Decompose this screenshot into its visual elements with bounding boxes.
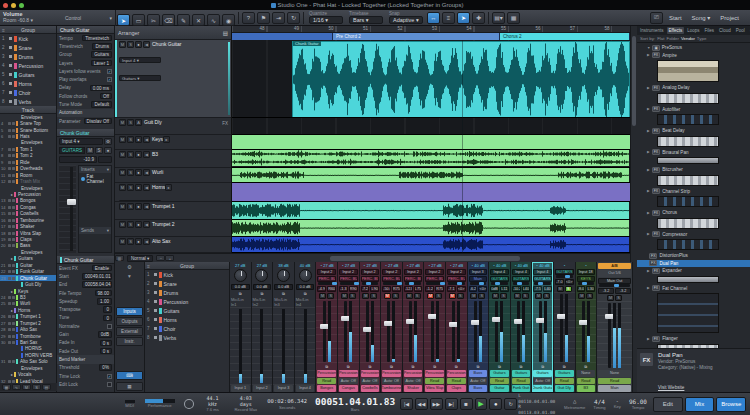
group-row[interactable]: 7Choir: [0, 88, 56, 97]
timeline-ruler[interactable]: 484950515253545556575859: [232, 26, 630, 33]
group-row[interactable]: 2Snare: [145, 279, 229, 288]
timesig-display[interactable]: 4/4Timing: [593, 398, 605, 410]
solo-button[interactable]: S: [414, 293, 421, 299]
event-value[interactable]: 0%: [99, 364, 112, 371]
split-tool-icon[interactable]: ✂: [147, 14, 160, 26]
group-active-icon[interactable]: [154, 282, 157, 285]
fader-zone[interactable]: [489, 299, 510, 364]
arrange-lane[interactable]: [232, 202, 630, 220]
arrange-track-header[interactable]: MS●◀Keys▸None ▾: [115, 135, 231, 150]
fader-track[interactable]: [344, 301, 347, 362]
group-row[interactable]: 8Verbs: [145, 333, 229, 342]
mute-button[interactable]: M: [362, 293, 369, 299]
marker-flag-icon[interactable]: ⚑: [257, 12, 270, 24]
strip-output-bus[interactable]: Main: [469, 276, 488, 282]
tab-effects[interactable]: Effects: [667, 27, 685, 34]
pan-control[interactable]: [405, 282, 422, 285]
automation-tag[interactable]: Auto: Off: [533, 378, 552, 385]
arrow-tool-icon[interactable]: ➤: [117, 14, 130, 26]
arrange-lane[interactable]: [232, 150, 630, 168]
loop-follow-icon[interactable]: ↻: [287, 12, 300, 24]
add-track-button[interactable]: ✚: [472, 12, 485, 24]
filter-audio-icon[interactable]: ∿: [12, 384, 21, 390]
link-icon[interactable]: ⧉: [489, 364, 510, 370]
plugin-row[interactable]: ▶FXAutofilter: [637, 106, 750, 114]
inspector-value[interactable]: Layer 1: [91, 60, 112, 67]
snap-dropdown[interactable]: SnapAdaptive ▾: [389, 11, 423, 24]
speaker-icon[interactable]: [8, 322, 11, 325]
console-nav-instr[interactable]: Instr.: [116, 337, 143, 346]
group-row[interactable]: 1Kick: [0, 34, 56, 43]
group-row[interactable]: 6Horns: [0, 79, 56, 88]
mute-button[interactable]: M: [341, 293, 348, 299]
speaker-icon[interactable]: [8, 129, 11, 132]
fader-zone[interactable]: [597, 301, 632, 370]
arrange-lane[interactable]: [232, 118, 630, 135]
pan-control[interactable]: [362, 282, 379, 285]
plugin-row[interactable]: ▶FXExpander: [637, 267, 750, 275]
minimize-window-icon[interactable]: [11, 3, 16, 8]
key-display[interactable]: -Key: [614, 398, 621, 409]
speaker-icon[interactable]: [8, 315, 11, 318]
event-checkbox[interactable]: ✓: [107, 374, 112, 379]
sort-option-vendor[interactable]: Vendor: [681, 36, 695, 41]
group-tag[interactable]: Percussion: [317, 370, 336, 377]
speaker-icon[interactable]: [8, 335, 11, 338]
record-arm-button[interactable]: ●: [135, 136, 142, 143]
speaker-icon[interactable]: [8, 244, 11, 247]
zoom-in-icon[interactable]: +: [165, 255, 174, 261]
solo-button[interactable]: S: [370, 293, 377, 299]
speaker-icon[interactable]: [8, 154, 11, 157]
input-gain-value[interactable]: 27 dB: [230, 262, 251, 268]
solo-button[interactable]: S: [500, 293, 507, 299]
strip-output-bus[interactable]: PERC. BUS: [447, 276, 466, 282]
event-checkbox[interactable]: [107, 324, 112, 329]
event-value[interactable]: 0 s: [100, 348, 112, 355]
mute-button[interactable]: M: [449, 293, 456, 299]
solo-button[interactable]: S: [127, 169, 134, 176]
pan-readout[interactable]: L40: [543, 286, 552, 292]
automation-tag[interactable]: Read: [317, 378, 336, 385]
next-bar-button[interactable]: ▶|: [445, 398, 458, 410]
project-page-button[interactable]: Project: [720, 15, 739, 21]
timebase-dropdown[interactable]: TimebaseBars ▾: [349, 11, 383, 24]
group-active-icon[interactable]: [154, 309, 157, 312]
group-tag[interactable]: Guitars: [555, 370, 574, 377]
mute-button[interactable]: M: [86, 147, 94, 154]
forward-button[interactable]: ▶▶: [430, 398, 443, 410]
solo-button[interactable]: S: [435, 293, 442, 299]
speaker-icon[interactable]: [8, 206, 11, 209]
mixer-strip[interactable]: ◔ 27 dBInput 2PERC. BUS-1.3R90MS⧉Percuss…: [338, 262, 360, 392]
record-arm-button[interactable]: ●: [135, 184, 142, 191]
plugin-row[interactable]: ▶FXFlanger: [637, 335, 750, 343]
speaker-icon[interactable]: [8, 328, 11, 331]
solo-button[interactable]: S: [586, 293, 593, 299]
plugin-row[interactable]: ▶FXBinaural Pan: [637, 149, 750, 157]
wrench-icon[interactable]: ⚙: [127, 264, 132, 273]
channel-input-select[interactable]: Input 4 ▾: [59, 138, 103, 145]
range-tool-icon[interactable]: ▭: [132, 14, 145, 26]
fader-zone[interactable]: [576, 299, 597, 364]
link-icon[interactable]: ⧉: [403, 364, 424, 370]
arrange-track-header[interactable]: MS●◀Horns▸None ▾: [115, 183, 231, 202]
mixer-strip[interactable]: 27 dB0.0 dB⧉Mic/Lin In1Input 1: [230, 262, 252, 392]
event-value[interactable]: 0 s: [100, 340, 112, 347]
plugin-row[interactable]: FXDistortionPlus: [637, 252, 750, 260]
solo-button[interactable]: S: [565, 286, 572, 292]
event-fx-enable-button[interactable]: Enable: [92, 265, 112, 272]
arrange-track-header[interactable]: MS●◀WurliInput 20 ▾: [115, 168, 231, 183]
speaker-icon[interactable]: [8, 135, 11, 138]
arranger-bar[interactable]: Arranger ▤: [115, 26, 232, 40]
metronome-control[interactable]: △Metronome: [564, 398, 585, 410]
mixer-strip[interactable]: ◔ 27 dBInput 2PERC. BUS-50.0R75MS⧉Percus…: [381, 262, 403, 392]
inspector-checkbox[interactable]: ✓: [107, 77, 112, 82]
strip-input-select[interactable]: Input 4: [512, 269, 531, 275]
group-tag[interactable]: Percussion: [404, 370, 423, 377]
folder-icon[interactable]: ▸: [163, 136, 170, 143]
folder-icon[interactable]: ▸: [11, 372, 13, 377]
strip-input-select[interactable]: Input 2: [382, 269, 401, 275]
fader-track[interactable]: [608, 303, 611, 368]
tempo-display[interactable]: 96.00Tempo: [629, 398, 647, 410]
event-value[interactable]: 1.00: [97, 298, 112, 305]
link-icon[interactable]: ⧉: [446, 364, 467, 370]
